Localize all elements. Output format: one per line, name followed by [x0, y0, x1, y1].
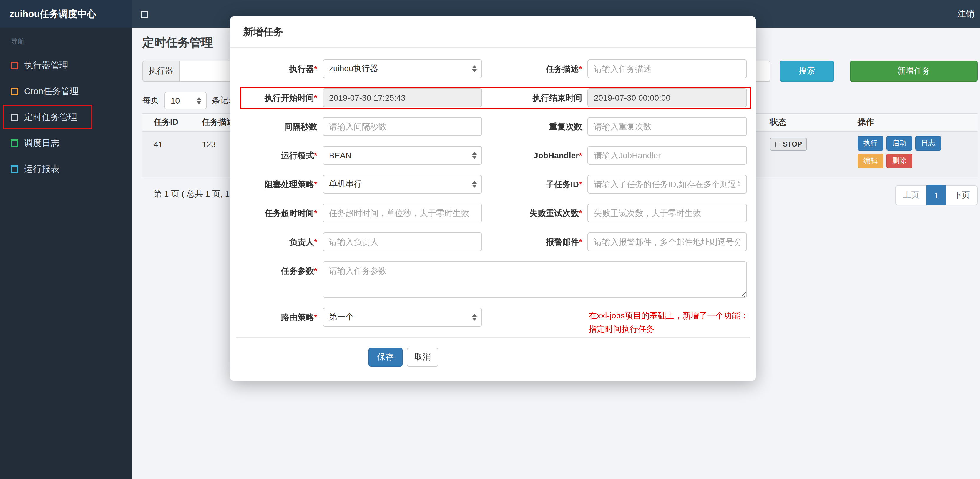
sidebar-item-label: Cron任务管理 — [24, 86, 79, 97]
current-page-button[interactable]: 1 — [926, 185, 947, 205]
sidebar-collapse-icon[interactable] — [141, 11, 148, 18]
repeat-input[interactable] — [587, 117, 747, 136]
per-page-select[interactable]: 10 — [164, 92, 207, 110]
task-desc-input[interactable] — [587, 59, 747, 78]
search-button[interactable]: 搜索 — [780, 60, 834, 82]
jobhandler-input[interactable] — [587, 146, 747, 165]
square-icon — [11, 113, 18, 121]
start-time-input[interactable] — [323, 88, 482, 107]
add-task-modal: 新增任务 执行器* zuihou执行器 任务描述* 执行开始时间* 执行结束时间… — [230, 16, 756, 381]
run-mode-select-value: BEAN — [329, 151, 352, 160]
sidebar-item-label: 调度日志 — [24, 137, 59, 149]
sidebar-item-label: 定时任务管理 — [24, 111, 77, 123]
sidebar-nav: 导航 执行器管理 Cron任务管理 定时任务管理 调度日志 运行报表 — [0, 28, 132, 479]
page-title: 定时任务管理 — [142, 35, 213, 51]
alarm-email-input[interactable] — [587, 232, 747, 251]
cell-actions: 执行 启动 日志 编辑 删除 — [847, 136, 978, 171]
sidebar-item-executor-mgmt[interactable]: 执行器管理 — [0, 53, 132, 78]
sidebar-item-cron-task-mgmt[interactable]: Cron任务管理 — [0, 78, 132, 104]
feature-note-line1: 在xxl-jobs项目的基础上，新增了一个功能： — [589, 309, 748, 323]
per-page-bar: 每页 10 条记录 — [142, 91, 237, 110]
sidebar-item-scheduled-task-mgmt[interactable]: 定时任务管理 — [0, 104, 132, 130]
select-stepper-icon — [472, 181, 477, 188]
run-mode-select[interactable]: BEAN — [323, 146, 482, 165]
executor-select[interactable]: zuihou执行器 — [323, 59, 482, 78]
owner-input[interactable] — [323, 232, 482, 251]
cancel-button[interactable]: 取消 — [407, 348, 439, 367]
executor-filter-label: 执行器 — [142, 60, 180, 82]
start-button[interactable]: 启动 — [886, 136, 912, 151]
modal-title: 新增任务 — [230, 16, 756, 48]
status-text: STOP — [783, 140, 802, 148]
interval-label: 间隔秒数 — [242, 117, 323, 136]
prev-page-button[interactable]: 上页 — [895, 185, 927, 205]
executor-label: 执行器* — [242, 59, 323, 78]
task-params-label: 任务参数* — [242, 261, 323, 280]
select-stepper-icon — [472, 313, 477, 321]
per-page-prefix-label: 每页 — [142, 95, 159, 106]
log-button[interactable]: 日志 — [915, 136, 941, 151]
square-icon — [11, 88, 18, 95]
sidebar-item-dispatch-log[interactable]: 调度日志 — [0, 130, 132, 156]
add-task-button[interactable]: 新增任务 — [850, 60, 978, 82]
retry-input[interactable] — [587, 204, 747, 223]
select-stepper-icon — [197, 97, 201, 104]
sidebar-section-label: 导航 — [0, 28, 132, 53]
edit-button[interactable]: 编辑 — [858, 154, 883, 168]
block-strategy-select[interactable]: 单机串行 — [323, 175, 482, 194]
modal-footer: 保存 取消 — [230, 338, 756, 381]
cell-status: STOP — [759, 136, 847, 171]
start-time-label: 执行开始时间* — [242, 88, 323, 107]
feature-note-line2: 指定时间执行任务 — [589, 323, 748, 336]
square-icon — [11, 62, 18, 69]
interval-input[interactable] — [323, 117, 482, 136]
select-stepper-icon — [472, 152, 477, 159]
app-root: zuihou任务调度中心 注销 导航 执行器管理 Cron任务管理 定时任务管理… — [0, 0, 980, 479]
save-button[interactable]: 保存 — [369, 348, 402, 367]
sidebar-item-label: 执行器管理 — [24, 60, 68, 71]
task-params-textarea[interactable] — [323, 261, 747, 298]
executor-select-value: zuihou执行器 — [329, 64, 378, 74]
per-page-value: 10 — [171, 96, 180, 105]
run-button[interactable]: 执行 — [858, 136, 883, 151]
header-task-id: 任务ID — [142, 117, 191, 128]
end-time-label: 执行结束时间 — [482, 88, 587, 107]
child-job-input[interactable] — [587, 175, 747, 194]
end-time-input[interactable] — [587, 88, 747, 107]
timeout-label: 任务超时时间* — [242, 204, 323, 223]
square-icon — [11, 139, 18, 147]
retry-label: 失败重试次数* — [482, 204, 587, 223]
cell-task-id: 41 — [142, 136, 191, 171]
feature-note: 在xxl-jobs项目的基础上，新增了一个功能： 指定时间执行任务 — [587, 308, 747, 326]
sidebar-item-label: 运行报表 — [24, 163, 59, 175]
child-job-label: 子任务ID* — [482, 175, 587, 194]
header-actions: 操作 — [847, 117, 978, 128]
owner-label: 负责人* — [242, 232, 323, 251]
select-stepper-icon — [472, 65, 477, 72]
task-desc-label: 任务描述* — [482, 59, 587, 78]
repeat-label: 重复次数 — [482, 117, 587, 136]
timeout-input[interactable] — [323, 204, 482, 223]
sidebar-item-run-report[interactable]: 运行报表 — [0, 156, 132, 182]
stop-square-icon — [775, 142, 781, 147]
jobhandler-label: JobHandler* — [482, 146, 587, 165]
route-strategy-select[interactable]: 第一个 — [323, 308, 482, 326]
modal-form: 执行器* zuihou执行器 任务描述* 执行开始时间* 执行结束时间 间隔秒数… — [230, 48, 756, 326]
block-strategy-label: 阻塞处理策略* — [242, 175, 323, 194]
delete-button[interactable]: 删除 — [886, 154, 912, 168]
route-strategy-label: 路由策略* — [242, 308, 323, 326]
route-strategy-select-value: 第一个 — [329, 312, 354, 323]
next-page-button[interactable]: 下页 — [946, 185, 978, 205]
status-badge: STOP — [770, 138, 807, 151]
logout-link[interactable]: 注销 — [958, 0, 974, 28]
run-mode-label: 运行模式* — [242, 146, 323, 165]
header-status: 状态 — [759, 117, 847, 128]
app-brand: zuihou任务调度中心 — [0, 0, 132, 28]
alarm-email-label: 报警邮件* — [482, 232, 587, 251]
square-icon — [11, 165, 18, 173]
pagination: 上页 1 下页 — [895, 185, 978, 205]
block-strategy-select-value: 单机串行 — [329, 179, 362, 189]
pagination-info: 第 1 页 ( 总共 1 页, 1 — [154, 189, 229, 199]
